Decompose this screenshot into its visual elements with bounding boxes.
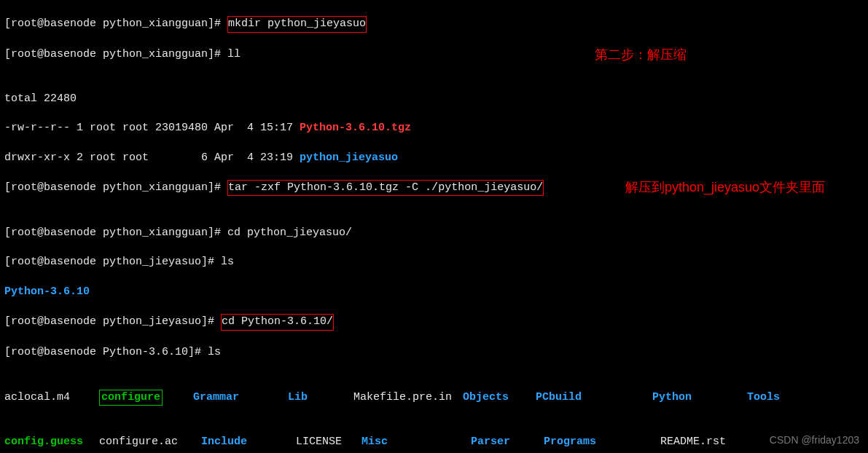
watermark: CSDN @friday1203 (770, 433, 859, 447)
ls-total: total 22480 (4, 92, 864, 106)
prompt: [root@basenode python_xiangguan]# (4, 48, 221, 60)
cmd-ll: ll (227, 48, 241, 60)
file-configure: configure (99, 390, 163, 406)
prompt: [root@basenode python_xiangguan]# (4, 181, 221, 194)
cmd-tar: tar -zxf Python-3.6.10.tgz -C ./python_j… (227, 180, 544, 196)
ls-row2-perm: drwxr-xr-x 2 root root 6 Apr 4 23:19 (4, 151, 300, 164)
ls-row1-perm: -rw-r--r-- 1 root root 23019480 Apr 4 15… (4, 122, 300, 134)
annotation-unzip-to: 解压到python_jieyasuo文件夹里面 (625, 178, 825, 196)
cmd-mkdir: mkdir python_jieyasuo (227, 16, 367, 32)
dir-jieyasuo: python_jieyasuo (300, 151, 398, 164)
terminal-output: [root@basenode python_xiangguan]# mkdir … (0, 0, 868, 453)
prompt: [root@basenode python_xiangguan]# (4, 17, 221, 30)
prompt: [root@basenode python_jieyasuo]# (4, 256, 214, 268)
prompt: [root@basenode python_xiangguan]# (4, 227, 221, 239)
cmd-ls: ls (221, 256, 234, 268)
ls-grid-row1: aclocal.m4configureGrammarLibMakefile.pr… (4, 390, 864, 406)
ls-grid-row2: config.guessconfigure.acIncludeLICENSEMi… (4, 435, 864, 449)
annotation-step2: 第二步：解压缩 (595, 46, 687, 63)
cmd-ls2: ls (208, 346, 221, 358)
cmd-cd-python: cd Python-3.6.10/ (221, 314, 334, 330)
dir-python3610: Python-3.6.10 (4, 285, 90, 298)
cmd-cd-jieyasuo: cd python_jieyasuo/ (227, 227, 352, 239)
prompt: [root@basenode Python-3.6.10]# (4, 346, 201, 358)
file-tgz: Python-3.6.10.tgz (300, 122, 411, 134)
prompt: [root@basenode python_jieyasuo]# (4, 315, 214, 328)
